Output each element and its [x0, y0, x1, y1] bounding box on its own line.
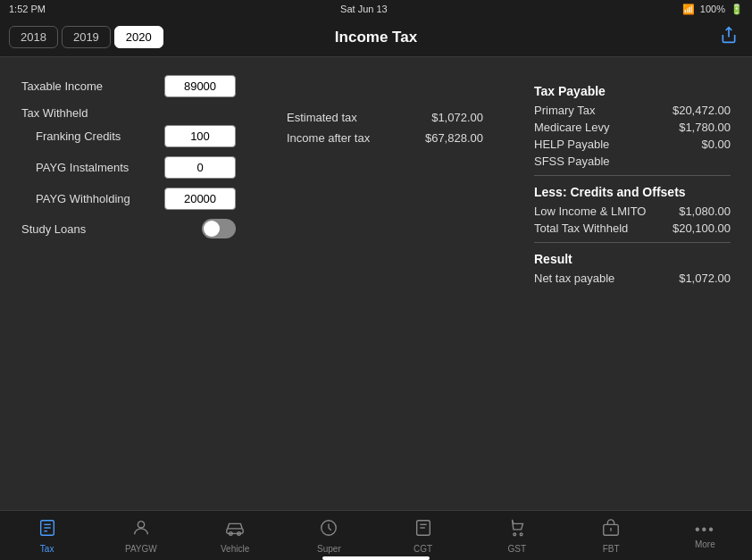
vehicle-icon: [225, 518, 245, 542]
tab-vehicle-label: Vehicle: [221, 544, 249, 554]
credits-title: Less: Credits and Offsets: [534, 185, 731, 199]
primary-tax-label: Primary Tax: [534, 104, 595, 117]
franking-credits-input[interactable]: [164, 125, 236, 147]
tab-bar-indicator: [322, 556, 430, 560]
total-tax-withheld-label: Total Tax Withheld: [534, 221, 628, 235]
tab-more-label: More: [695, 539, 715, 549]
primary-tax-value: $20,472.00: [673, 104, 731, 117]
study-loans-label: Study Loans: [21, 222, 202, 236]
help-payable-value: $0.00: [701, 138, 731, 151]
payg-withholding-input[interactable]: [164, 188, 236, 210]
paygw-icon: [131, 518, 151, 542]
status-time: 1:52 PM: [9, 4, 46, 14]
payg-instalments-label: PAYG Instalments: [36, 161, 164, 174]
battery-icon: 🔋: [731, 4, 743, 15]
low-income-label: Low Income & LMITO: [534, 205, 646, 218]
tab-cgt-label: CGT: [414, 544, 432, 554]
medicare-levy-value: $1,780.00: [679, 121, 731, 134]
study-loans-row: Study Loans: [21, 219, 236, 238]
payg-withholding-row: PAYG Withholding: [21, 188, 236, 210]
svg-point-4: [138, 521, 144, 527]
income-after-tax-row: Income after tax $67,828.00: [287, 131, 483, 145]
taxable-income-label: Taxable Income: [21, 79, 164, 93]
tab-super-label: Super: [317, 544, 341, 554]
sfss-payable-row: SFSS Payable: [534, 155, 731, 168]
payg-instalments-row: PAYG Instalments: [21, 156, 236, 179]
total-tax-withheld-value: $20,100.00: [673, 221, 731, 235]
share-button[interactable]: [720, 26, 738, 48]
income-after-tax-value: $67,828.00: [425, 131, 483, 145]
study-loans-toggle[interactable]: [202, 219, 236, 238]
estimated-tax-label: Estimated tax: [287, 111, 357, 124]
tab-bar: Tax PAYGW Vehicle Super: [0, 510, 752, 560]
battery-label: 100%: [700, 4, 725, 14]
total-tax-withheld-row: Total Tax Withheld $20,100.00: [534, 221, 731, 235]
year-tab-2020[interactable]: 2020: [114, 26, 163, 48]
svg-point-13: [520, 532, 522, 535]
title-bar: 2018 2019 2020 Income Tax: [0, 18, 752, 57]
help-payable-row: HELP Payable $0.00: [534, 138, 731, 151]
low-income-row: Low Income & LMITO $1,080.00: [534, 205, 731, 218]
primary-tax-row: Primary Tax $20,472.00: [534, 104, 731, 117]
status-date: Sat Jun 13: [340, 4, 388, 14]
year-tabs: 2018 2019 2020: [9, 26, 163, 48]
sfss-payable-label: SFSS Payable: [534, 155, 610, 168]
tax-icon: [38, 518, 57, 542]
tab-paygw[interactable]: PAYGW: [94, 511, 188, 560]
status-bar: 1:52 PM Sat Jun 13 📶 100% 🔋: [0, 0, 752, 18]
super-icon: [319, 518, 338, 542]
medicare-levy-label: Medicare Levy: [534, 121, 610, 134]
estimated-tax-value: $1,072.00: [431, 111, 483, 124]
franking-credits-label: Franking Credits: [36, 130, 164, 143]
estimated-tax-row: Estimated tax $1,072.00: [287, 111, 483, 124]
low-income-value: $1,080.00: [679, 205, 731, 218]
divider-2: [534, 242, 731, 243]
divider-1: [534, 175, 731, 176]
tab-super[interactable]: Super: [282, 511, 376, 560]
tax-withheld-label: Tax Withheld: [21, 106, 236, 120]
year-tab-2019[interactable]: 2019: [62, 26, 111, 48]
tab-gst-label: GST: [508, 544, 527, 554]
tab-cgt[interactable]: CGT: [376, 511, 470, 560]
tab-fbt-label: FBT: [603, 544, 620, 554]
tax-withheld-section-label: Tax Withheld: [21, 106, 236, 120]
center-panel: Estimated tax $1,072.00 Income after tax…: [236, 75, 534, 492]
net-tax-payable-value: $1,072.00: [679, 272, 731, 285]
tax-payable-title: Tax Payable: [534, 84, 731, 98]
net-tax-payable-label: Net tax payable: [534, 272, 614, 285]
wifi-icon: 📶: [682, 4, 695, 15]
taxable-income-input[interactable]: [164, 75, 236, 97]
main-content: Taxable Income Tax Withheld Franking Cre…: [0, 57, 752, 510]
payg-instalments-input[interactable]: [164, 156, 236, 179]
tab-vehicle[interactable]: Vehicle: [188, 511, 282, 560]
tab-fbt[interactable]: FBT: [564, 511, 658, 560]
year-tab-2018[interactable]: 2018: [9, 26, 58, 48]
left-panel: Taxable Income Tax Withheld Franking Cre…: [21, 75, 236, 492]
page-title: Income Tax: [335, 29, 417, 46]
gst-icon: [507, 518, 527, 542]
tab-gst[interactable]: GST: [470, 511, 564, 560]
taxable-income-row: Taxable Income: [21, 75, 236, 97]
payg-withholding-label: PAYG Withholding: [36, 192, 164, 205]
result-title: Result: [534, 252, 731, 266]
net-tax-payable-row: Net tax payable $1,072.00: [534, 272, 731, 285]
tab-more[interactable]: ••• More: [658, 511, 752, 560]
tab-paygw-label: PAYGW: [125, 544, 157, 554]
svg-point-12: [514, 532, 516, 535]
cgt-icon: [414, 518, 433, 542]
more-icon: •••: [695, 522, 715, 538]
income-after-tax-label: Income after tax: [287, 131, 370, 145]
tab-tax[interactable]: Tax: [0, 511, 94, 560]
right-panel: Tax Payable Primary Tax $20,472.00 Medic…: [534, 75, 731, 492]
franking-credits-row: Franking Credits: [21, 125, 236, 147]
fbt-icon: [601, 518, 621, 542]
tab-tax-label: Tax: [40, 544, 54, 554]
help-payable-label: HELP Payable: [534, 138, 609, 151]
medicare-levy-row: Medicare Levy $1,780.00: [534, 121, 731, 134]
